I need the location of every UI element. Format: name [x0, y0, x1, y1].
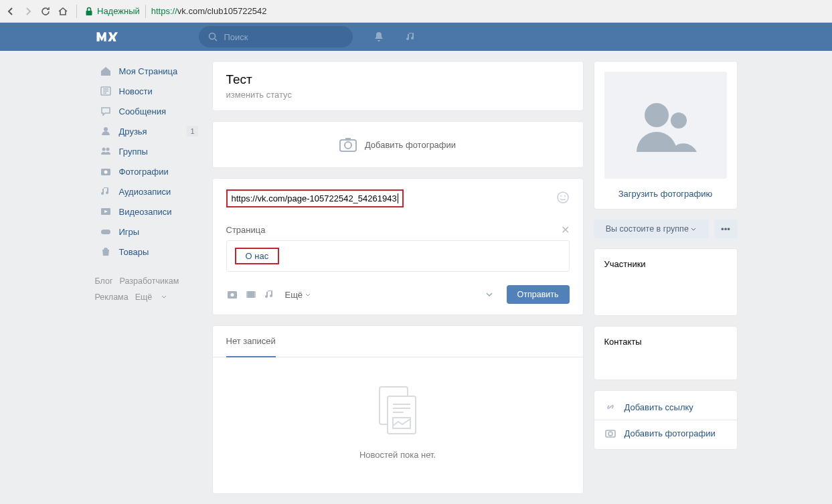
- participants-card: Участники: [594, 248, 738, 316]
- nav-label: Сообщения: [119, 106, 167, 116]
- post-input[interactable]: https://vk.com/page-105722542_54261943: [226, 189, 570, 207]
- svg-point-24: [645, 103, 669, 127]
- video-icon: [99, 205, 112, 218]
- svg-rect-20: [254, 291, 256, 298]
- chat-icon: [99, 104, 112, 118]
- vk-logo[interactable]: [95, 30, 118, 44]
- svg-point-25: [671, 112, 687, 129]
- attachment-card[interactable]: О нас: [226, 240, 570, 272]
- upload-photo-link[interactable]: Загрузить фотографию: [604, 189, 727, 199]
- highlight-post-url: https://vk.com/page-105722542_54261943: [226, 189, 404, 207]
- svg-rect-0: [86, 11, 92, 15]
- highlight-attach-title: О нас: [235, 248, 280, 264]
- bell-icon[interactable]: [373, 31, 385, 43]
- attach-audio-icon[interactable]: [264, 288, 276, 301]
- svg-point-7: [104, 171, 107, 174]
- attach-photo-icon[interactable]: [226, 288, 238, 301]
- browser-chrome: Надежный https://vk.com/club105722542: [0, 0, 832, 23]
- address-bar[interactable]: Надежный https://vk.com/club105722542: [85, 5, 827, 18]
- svg-point-3: [104, 127, 108, 131]
- attach-more[interactable]: Ещё: [285, 290, 311, 300]
- post-composer: https://vk.com/page-105722542_54261943 С…: [212, 178, 584, 315]
- search-box[interactable]: [199, 26, 353, 48]
- section-title: Контакты: [604, 337, 727, 347]
- user-icon: [99, 124, 112, 138]
- games-icon: [99, 225, 112, 238]
- svg-point-4: [102, 148, 105, 151]
- nav-label: Моя Страница: [119, 66, 178, 76]
- empty-docs-icon: [374, 384, 421, 438]
- news-icon: [99, 84, 112, 98]
- home-icon[interactable]: [58, 6, 68, 17]
- url-rest: vk.com/club105722542: [177, 6, 267, 16]
- nav-label: Новости: [119, 86, 153, 96]
- more-actions-button[interactable]: •••: [714, 220, 738, 238]
- svg-point-11: [345, 142, 351, 149]
- camera-icon: [604, 427, 616, 439]
- add-photos-bar[interactable]: Добавить фотографии: [212, 121, 584, 168]
- svg-point-27: [608, 432, 612, 436]
- nav-my-page[interactable]: Моя Страница: [95, 61, 202, 81]
- link-dev[interactable]: Разработчикам: [120, 276, 179, 286]
- reload-icon[interactable]: [40, 6, 51, 17]
- back-icon[interactable]: [5, 6, 16, 17]
- nav-label: Видеозаписи: [119, 207, 172, 217]
- footer-links: БлогРазработчикам РекламаЕщё: [95, 274, 202, 306]
- add-photos-link[interactable]: Добавить фотографии: [604, 420, 727, 446]
- nav-messages[interactable]: Сообщения: [95, 101, 202, 121]
- section-title: Участники: [604, 259, 727, 269]
- membership-button[interactable]: Вы состоите в группе: [594, 220, 709, 238]
- link-more[interactable]: Ещё: [135, 292, 167, 302]
- group-title: Тест: [226, 72, 570, 87]
- side-label: Добавить ссылку: [625, 402, 693, 412]
- nav-friends[interactable]: Друзья1: [95, 121, 202, 141]
- link-ads[interactable]: Реклама: [95, 292, 129, 302]
- svg-rect-18: [246, 291, 256, 298]
- add-link[interactable]: Добавить ссылку: [604, 394, 727, 420]
- remove-attach-icon[interactable]: ✕: [561, 224, 570, 236]
- forward-icon[interactable]: [23, 6, 33, 17]
- svg-point-17: [230, 293, 234, 297]
- nav-news[interactable]: Новости: [95, 81, 202, 101]
- side-actions-card: Добавить ссылку Добавить фотографии: [594, 390, 738, 450]
- nav-label: Фотографии: [119, 167, 169, 177]
- link-blog[interactable]: Блог: [95, 276, 113, 286]
- group-header-box: Тест изменить статус: [212, 61, 584, 111]
- svg-rect-9: [101, 230, 110, 234]
- svg-rect-19: [246, 291, 248, 298]
- nav-label: Группы: [119, 147, 148, 157]
- svg-point-13: [558, 192, 568, 203]
- nav-video[interactable]: Видеозаписи: [95, 201, 202, 222]
- bag-icon: [99, 245, 112, 258]
- music-icon[interactable]: [405, 31, 417, 43]
- nav-label: Игры: [119, 227, 140, 237]
- nav-label: Друзья: [119, 127, 147, 137]
- svg-point-15: [564, 195, 566, 197]
- left-nav: Моя Страница Новости Сообщения Друзья1 Г…: [95, 61, 202, 306]
- emoji-icon[interactable]: [556, 191, 570, 204]
- cover-card: Загрузить фотографию: [594, 61, 738, 209]
- nav-market[interactable]: Товары: [95, 242, 202, 262]
- attach-video-icon[interactable]: [245, 288, 257, 301]
- nav-photos[interactable]: Фотографии: [95, 161, 202, 181]
- nav-groups[interactable]: Группы: [95, 141, 202, 161]
- contacts-card: Контакты: [594, 326, 738, 380]
- svg-point-14: [560, 195, 562, 197]
- secure-label: Надежный: [97, 6, 140, 16]
- nav-label: Товары: [119, 247, 149, 257]
- search-input[interactable]: [223, 31, 338, 43]
- home-icon: [99, 64, 112, 78]
- avatar-placeholder: [604, 72, 727, 179]
- group-icon: [99, 145, 112, 158]
- tab-empty[interactable]: Нет записей: [226, 326, 276, 357]
- change-status[interactable]: изменить статус: [226, 90, 570, 100]
- search-icon: [208, 32, 218, 41]
- send-button[interactable]: Отправить: [507, 285, 570, 304]
- add-photos-label: Добавить фотографии: [365, 140, 456, 150]
- nav-games[interactable]: Игры: [95, 222, 202, 242]
- svg-point-5: [106, 148, 109, 151]
- post-options-icon[interactable]: [485, 290, 493, 299]
- svg-rect-12: [345, 138, 351, 141]
- header: [0, 23, 832, 51]
- nav-audio[interactable]: Аудиозаписи: [95, 181, 202, 201]
